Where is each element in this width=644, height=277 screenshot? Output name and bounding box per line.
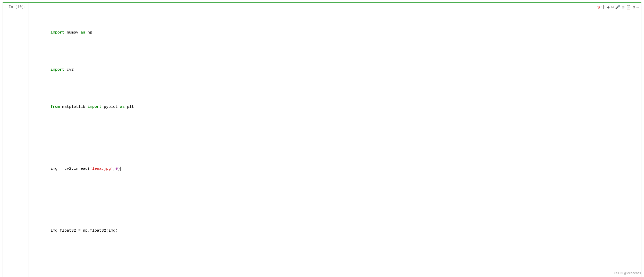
keyword-as-1: as bbox=[81, 30, 85, 35]
code-line-6 bbox=[32, 197, 638, 203]
keyword-as-2: as bbox=[120, 105, 125, 109]
edit-icon[interactable]: ✏ bbox=[637, 5, 639, 10]
credit-text: CSDN @leeeeenas bbox=[614, 271, 641, 275]
mic-icon[interactable]: 🎤 bbox=[615, 5, 620, 10]
code-line-1: import numpy as np bbox=[32, 23, 638, 42]
keyword-from: from bbox=[50, 105, 60, 109]
keyword-import-3: import bbox=[88, 105, 101, 109]
dot-icon[interactable]: ◆ bbox=[607, 5, 610, 10]
cell-label: In [10]: bbox=[3, 3, 29, 277]
code-line-5: img = cv2.imread('lena.jpg',0) bbox=[32, 160, 638, 178]
code-line-4 bbox=[32, 135, 638, 141]
chinese-icon[interactable]: 中 bbox=[601, 4, 606, 10]
keyword-import-2: import bbox=[50, 68, 64, 72]
code-line-7: img_float32 = np.float32(img) bbox=[32, 222, 638, 240]
smiley-icon[interactable]: ☺ bbox=[611, 5, 614, 10]
csdn-logo-icon: S bbox=[597, 5, 600, 9]
clipboard-icon[interactable]: 📋 bbox=[626, 5, 631, 10]
string-lena: 'lena.jpg' bbox=[90, 167, 113, 171]
code-line-8 bbox=[32, 259, 638, 265]
keyword-import-1: import bbox=[50, 30, 64, 35]
grid-icon[interactable]: ⊞ bbox=[622, 5, 624, 10]
code-block: import numpy as np import cv2 from matpl… bbox=[32, 5, 638, 277]
cell-content-area[interactable]: import numpy as np import cv2 from matpl… bbox=[29, 3, 641, 277]
settings-icon[interactable]: ⚙ bbox=[633, 5, 635, 10]
code-cell: In [10]: import numpy as np import cv2 f… bbox=[3, 2, 641, 277]
text-cursor bbox=[120, 167, 121, 171]
toolbar-icons: S 中 ◆ ☺ 🎤 ⊞ 📋 ⚙ ✏ bbox=[597, 4, 639, 10]
code-line-3: from matplotlib import pyplot as plt bbox=[32, 98, 638, 116]
code-line-2: import cv2 bbox=[32, 61, 638, 79]
